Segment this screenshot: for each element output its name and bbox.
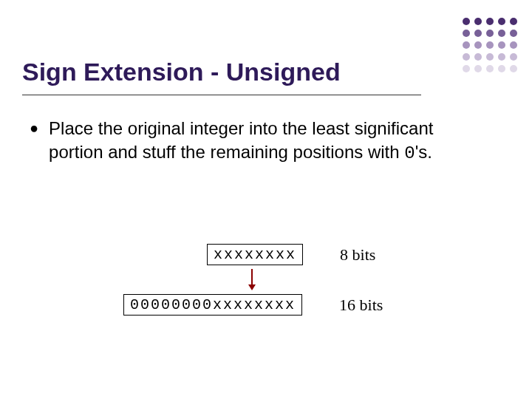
bullet-text-a: Place the original integer into the leas…: [49, 118, 433, 162]
bullet-text-b: 's.: [415, 142, 432, 162]
down-arrow-icon: [248, 269, 256, 290]
bits-8-row: xxxxxxxx 8 bits: [207, 244, 375, 265]
corner-dots-decoration: [463, 18, 517, 77]
bits-16-row: 00000000xxxxxxxx 16 bits: [123, 294, 383, 316]
bullet-text: Place the original integer into the leas…: [49, 117, 488, 166]
title-underline: [22, 95, 421, 95]
bullet-symbol: ●: [30, 117, 38, 139]
bullet-zero: 0: [404, 143, 415, 163]
bullet-item: ● Place the original integer into the le…: [30, 117, 488, 166]
bits-16-label: 16 bits: [339, 296, 383, 315]
bits-16-box: 00000000xxxxxxxx: [123, 294, 302, 316]
bits-8-box: xxxxxxxx: [207, 244, 303, 265]
slide-title: Sign Extension - Unsigned: [22, 58, 341, 86]
bits-8-label: 8 bits: [340, 245, 375, 265]
